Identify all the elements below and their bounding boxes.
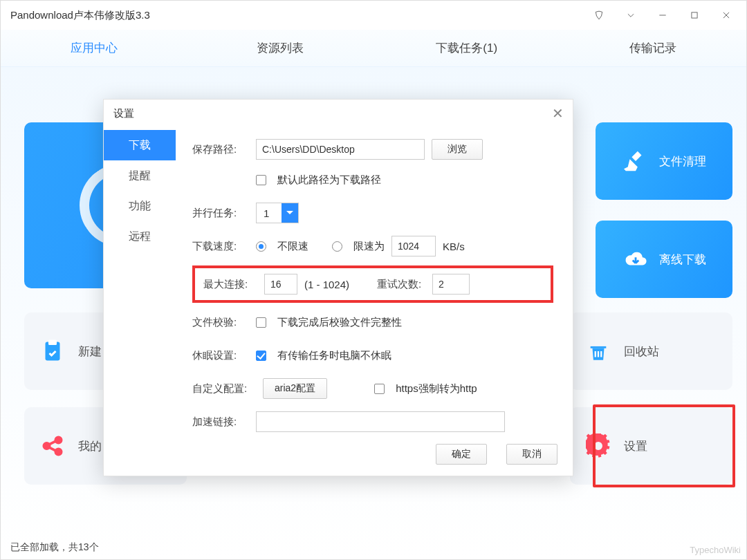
input-save-path[interactable] (256, 139, 425, 160)
label-speed-unit: KB/s (443, 241, 465, 252)
tab-downloads[interactable]: 下载任务(1) (374, 36, 560, 60)
row-sleep: 休眠设置: 有传输任务时电脑不休眠 (192, 342, 553, 369)
svg-rect-2 (48, 340, 57, 346)
main-tabs: 应用中心 资源列表 下载任务(1) 传输记录 (1, 30, 746, 67)
dialog-close-icon[interactable]: ✕ (548, 104, 567, 123)
label-sleep: 休眠设置: (192, 349, 249, 362)
tab-transfer-log[interactable]: 传输记录 (560, 36, 747, 60)
radio-unlimited[interactable] (256, 241, 266, 252)
label-verify-text: 下载完成后校验文件完整性 (277, 316, 402, 329)
aria2-config-button[interactable]: aria2配置 (263, 378, 327, 399)
dialog-form: 保存路径: 浏览 默认此路径为下载路径 并行任务: 1 (176, 127, 573, 431)
select-parallel[interactable]: 1 (256, 203, 299, 223)
radio-limited[interactable] (332, 241, 342, 252)
cancel-button[interactable]: 取消 (506, 444, 557, 465)
row-accel: 加速链接: (192, 408, 553, 436)
side-item-remote[interactable]: 远程 (104, 221, 176, 252)
titlebar: Pandownload卢本伟修改版3.3 (1, 1, 746, 30)
label-speed: 下载速度: (192, 240, 249, 253)
svg-point-3 (44, 443, 50, 449)
card-file-clean-label: 文件清理 (659, 153, 706, 169)
theme-icon[interactable] (583, 1, 615, 30)
ok-button[interactable]: 确定 (436, 444, 487, 465)
row-speed: 下载速度: 不限速 限速为 KB/s (192, 232, 553, 260)
row-max-connections: 最大连接: (1 - 1024) 重试次数: (192, 265, 553, 303)
input-accel[interactable] (256, 411, 505, 432)
checkbox-verify[interactable] (256, 317, 266, 328)
row-default-path: 默认此路径为下载路径 (192, 166, 553, 194)
broom-icon (622, 147, 649, 175)
cloud-download-icon (622, 245, 649, 273)
input-retry[interactable] (432, 274, 470, 295)
maximize-button[interactable] (679, 1, 710, 30)
chevron-down-icon (282, 203, 298, 223)
tile-new-label: 新建 (78, 344, 102, 360)
label-conn-range: (1 - 1024) (304, 279, 349, 290)
row-save-path: 保存路径: 浏览 (192, 136, 553, 163)
side-item-function[interactable]: 功能 (104, 191, 176, 221)
clipboard-icon (38, 337, 67, 366)
label-max-conn: 最大连接: (203, 278, 257, 291)
label-limited: 限速为 (353, 240, 385, 253)
dialog-body: 下载 提醒 功能 远程 保存路径: 浏览 默认此路径为下载路径 (104, 127, 573, 431)
dialog-footer: 确定 取消 (436, 444, 557, 465)
card-offline-download[interactable]: 离线下载 (596, 221, 732, 298)
input-max-conn[interactable] (264, 274, 297, 295)
highlight-settings (593, 404, 735, 487)
settings-dialog: 设置 ✕ 下载 提醒 功能 远程 保存路径: 浏览 (103, 99, 573, 476)
dropdown-icon[interactable] (615, 1, 647, 30)
label-retry: 重试次数: (369, 278, 425, 291)
label-default-path: 默认此路径为下载路径 (277, 174, 381, 187)
dialog-title: 设置 (113, 107, 134, 120)
minimize-button[interactable] (647, 1, 679, 30)
tab-app-center[interactable]: 应用中心 (1, 36, 187, 60)
checkbox-sleep[interactable] (256, 351, 266, 361)
window-title: Pandownload卢本伟修改版3.3 (10, 9, 583, 22)
tile-my-label: 我的 (78, 438, 102, 454)
label-sleep-text: 有传输任务时电脑不休眠 (277, 349, 391, 362)
main-body: 文件清理 离线下载 新建 我的 (1, 67, 746, 559)
app-window: Pandownload卢本伟修改版3.3 应用中心 资源列表 下载任务(1) 传… (0, 0, 747, 560)
input-speed-limit[interactable] (391, 236, 436, 256)
row-custom: 自定义配置: aria2配置 https强制转为http (192, 375, 553, 402)
label-custom: 自定义配置: (192, 382, 256, 395)
checkbox-default-path[interactable] (256, 175, 266, 185)
dialog-titlebar: 设置 ✕ (104, 100, 573, 127)
label-accel: 加速链接: (192, 416, 249, 429)
label-https-force: https强制转为http (396, 382, 477, 395)
row-parallel: 并行任务: 1 (192, 199, 553, 227)
trash-icon (584, 337, 613, 366)
close-button[interactable] (710, 1, 742, 30)
row-verify: 文件校验: 下载完成后校验文件完整性 (192, 308, 553, 336)
status-text: 已全部加载，共13个 (10, 541, 99, 554)
dialog-sidebar: 下载 提醒 功能 远程 (104, 127, 176, 431)
side-item-download[interactable]: 下载 (104, 130, 176, 160)
card-offline-label: 离线下载 (659, 252, 706, 268)
tab-resource-list[interactable]: 资源列表 (187, 36, 374, 60)
label-verify: 文件校验: (192, 316, 249, 329)
svg-rect-0 (692, 12, 697, 18)
tile-recycle-label: 回收站 (624, 344, 659, 360)
tile-recycle[interactable]: 回收站 (570, 312, 732, 390)
side-item-notify[interactable]: 提醒 (104, 160, 176, 191)
label-parallel: 并行任务: (192, 207, 249, 220)
select-parallel-value: 1 (264, 207, 269, 219)
label-unlimited: 不限速 (277, 240, 308, 253)
share-icon (38, 431, 67, 460)
watermark: TypechoWiki (690, 545, 741, 555)
label-save-path: 保存路径: (192, 143, 249, 156)
browse-button[interactable]: 浏览 (432, 139, 483, 160)
card-file-clean[interactable]: 文件清理 (596, 122, 732, 200)
checkbox-https-force[interactable] (374, 384, 385, 394)
